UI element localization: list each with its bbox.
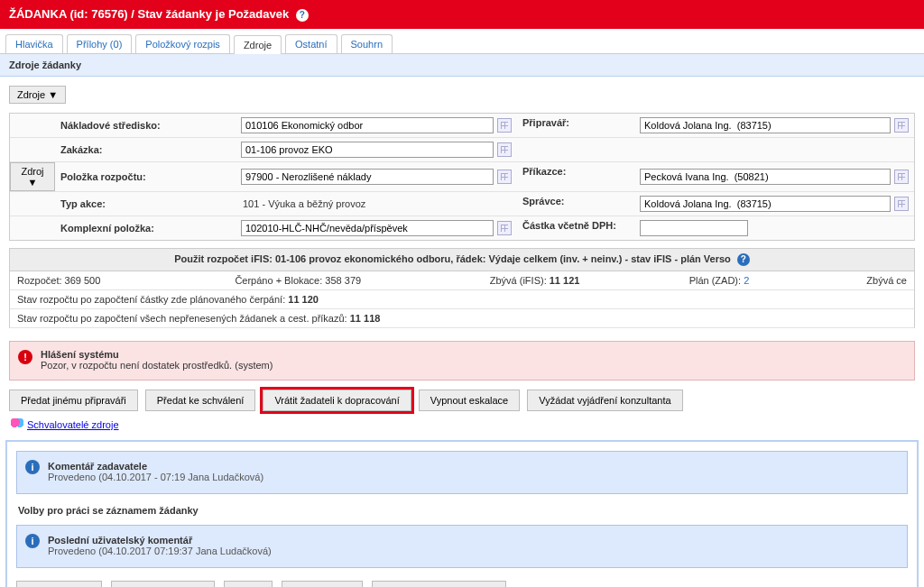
input-komplexni-polozka[interactable] [241, 220, 494, 236]
stav-value-1: 11 120 [288, 294, 319, 305]
input-pripravar[interactable] [640, 117, 891, 133]
zdroj-dropdown-button[interactable]: Zdroj ▼ [10, 162, 55, 191]
predat-jinemu-button[interactable]: Předat jinému připraváři [9, 390, 138, 411]
help-icon[interactable]: ? [737, 253, 750, 266]
link-plan-zad[interactable]: 2 [744, 275, 749, 286]
tab-zdroje[interactable]: Zdroje [234, 35, 282, 54]
historie-button[interactable]: Historie žádanky a zdrojů [372, 581, 507, 587]
budget-title-bar: Použit rozpočet iFIS: 01-106 provoz ekon… [9, 248, 915, 271]
tab-souhrn[interactable]: Souhrn [341, 34, 393, 53]
label-zbyva-ce: Zbývá ce [866, 275, 907, 286]
komentar-title: Komentář zadavatele [48, 461, 898, 472]
section-volby-title: Volby pro práci se záznamem žádanky [18, 505, 906, 516]
section-subheader: Zdroje žádanky [0, 54, 924, 77]
bottom-action-row: Uložit záznam Kopírovat záznam Zavřít Ti… [16, 581, 908, 587]
value-cerpano: 358 379 [325, 275, 361, 286]
info-icon: i [25, 534, 40, 548]
stav-line-2: Stav rozpočtu po započtení všech nepřene… [9, 309, 915, 328]
zdroje-dropdown-button[interactable]: Zdroje ▼ [9, 86, 66, 104]
input-polozka-rozpoctu[interactable] [241, 169, 494, 185]
posledni-komentar-sub: Provedeno (04.10.2017 07:19:37 Jana Luda… [48, 546, 898, 556]
people-icon [11, 418, 23, 431]
label-polozka-rozpoctu: Položka rozpočtu: [55, 162, 236, 191]
picker-icon[interactable] [497, 170, 512, 184]
label-plan-zad: Plán (ZAD): [689, 275, 741, 286]
label-prikazce: Příkazce: [517, 162, 634, 191]
system-alert: ! Hlášení systému Pozor, v rozpočtu není… [9, 341, 915, 381]
input-prikazce[interactable] [640, 169, 891, 185]
tab-ostatni[interactable]: Ostatní [285, 34, 337, 53]
info-icon: i [25, 460, 40, 474]
picker-icon[interactable] [894, 197, 909, 211]
stav-line-1: Stav rozpočtu po započtení částky zde pl… [9, 290, 915, 309]
picker-icon[interactable] [894, 170, 909, 184]
alert-title: Hlášení systému [41, 349, 905, 360]
label-nakladove-stredisko: Nákladové středisko: [55, 114, 236, 137]
alert-body: Pozor, v rozpočtu není dostatek prostřed… [41, 360, 905, 371]
zavrit-button[interactable]: Zavřít [224, 581, 273, 587]
posledni-komentar-box: i Poslední uživatelský komentář Proveden… [16, 525, 908, 568]
predat-ke-schvaleni-button[interactable]: Předat ke schválení [145, 390, 256, 411]
label-zbyva-ifis: Zbývá (iFIS): [490, 275, 547, 286]
lower-panel: i Komentář zadavatele Provedeno (04.10.2… [5, 440, 919, 587]
tab-bar: Hlavička Přílohy (0) Položkový rozpis Zd… [0, 29, 924, 54]
picker-icon[interactable] [497, 221, 512, 235]
picker-icon[interactable] [894, 118, 909, 133]
page-header: ŽÁDANKA (id: 76576) / Stav žádanky je Po… [0, 0, 924, 29]
label-zakazka: Zakázka: [55, 138, 236, 161]
vratit-zadateli-button[interactable]: Vrátit žadateli k dopracování [263, 390, 411, 411]
page-title: ŽÁDANKA (id: 76576) / Stav žádanky je Po… [9, 7, 289, 21]
input-zakazka[interactable] [241, 142, 494, 158]
input-castka-dph[interactable] [640, 220, 748, 236]
value-typ-akce: 101 - Výuka a běžný provoz [241, 198, 365, 209]
input-spravce[interactable] [640, 196, 891, 212]
label-rozpocet: Rozpočet: [17, 275, 62, 286]
value-rozpocet: 369 500 [65, 275, 101, 286]
komentar-zadavatele-box: i Komentář zadavatele Provedeno (04.10.2… [16, 451, 908, 494]
tab-hlavicka[interactable]: Hlavička [5, 34, 63, 53]
stav-value-2: 11 118 [350, 313, 381, 324]
alert-icon: ! [18, 350, 32, 364]
picker-icon[interactable] [497, 142, 512, 157]
vyzadat-vyjadreni-button[interactable]: Vyžádat vyjádření konzultanta [527, 390, 682, 411]
picker-icon[interactable] [497, 118, 512, 133]
budget-row: Rozpočet: 369 500 Čerpáno + Blokace: 358… [9, 271, 915, 290]
help-icon[interactable]: ? [296, 9, 309, 22]
label-castka-dph: Částka včetně DPH: [517, 216, 634, 240]
vypnout-eskalace-button[interactable]: Vypnout eskalace [419, 390, 520, 411]
schvalovatele-link[interactable]: Schvalovatelé zdroje [27, 419, 119, 430]
label-typ-akce: Typ akce: [55, 192, 236, 216]
ulozit-zaznam-button[interactable]: Uložit záznam [16, 581, 102, 587]
label-cerpano: Čerpáno + Blokace: [235, 275, 322, 286]
label-pripravar: Připravář: [517, 114, 634, 137]
tab-polozkovy-rozpis[interactable]: Položkový rozpis [135, 34, 230, 53]
kopirovat-zaznam-button[interactable]: Kopírovat záznam [111, 581, 215, 587]
input-nakladove-stredisko[interactable] [241, 117, 494, 133]
action-button-row: Předat jinému připraváři Předat ke schvá… [9, 390, 915, 411]
budget-title: Použit rozpočet iFIS: 01-106 provoz ekon… [174, 253, 731, 264]
komentar-sub: Provedeno (04.10.2017 - 07:19 Jana Ludač… [48, 472, 898, 482]
label-spravce: Správce: [517, 192, 634, 216]
label-komplexni-polozka: Komplexní položka: [55, 216, 236, 240]
tab-prilohy[interactable]: Přílohy (0) [67, 34, 133, 53]
posledni-komentar-title: Poslední uživatelský komentář [48, 535, 898, 546]
tisk-zadanky-button[interactable]: Tisk žádanky [282, 581, 363, 587]
form-grid: Nákladové středisko: Připravář: Zakázka:… [9, 113, 915, 241]
value-zbyva-ifis: 11 121 [550, 275, 580, 286]
